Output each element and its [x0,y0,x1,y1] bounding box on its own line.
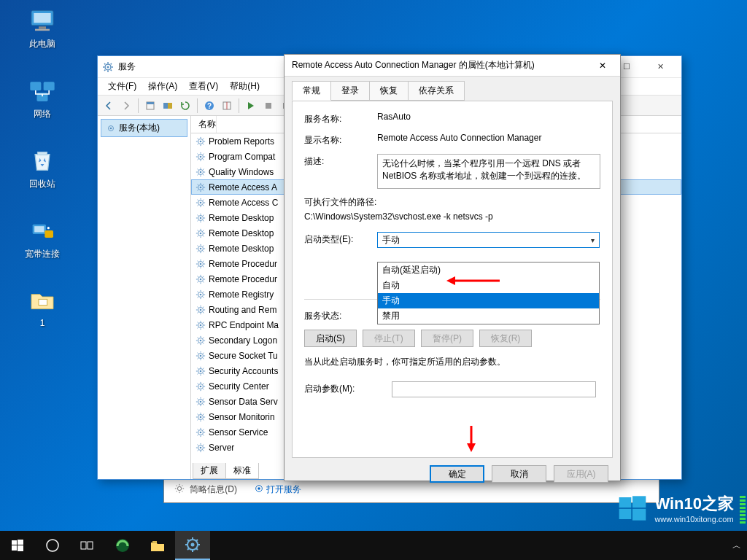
svg-rect-21 [168,103,172,109]
value-exec-path: C:\Windows\System32\svchost.exe -k netsv… [304,211,600,222]
desktop-icon-broadband[interactable]: 宽带连接 [15,216,70,260]
gear-icon [196,198,206,208]
svg-point-90 [191,543,195,547]
tab-general[interactable]: 常规 [292,81,331,101]
desktop-icon-network[interactable]: 网络 [15,76,70,120]
cortana-button[interactable] [35,531,70,560]
startup-type-select[interactable]: 手动 ▾ [377,232,600,248]
properties-body: 服务名称: RasAuto 显示名称: Remote Access Auto C… [292,101,613,458]
resume-button: 恢复(R) [479,330,532,347]
watermark-brand: Win10之家 [654,493,734,515]
back-button[interactable] [101,98,117,114]
gear-icon [196,228,206,238]
stop-button: 停止(T) [363,330,415,347]
refresh-button[interactable] [177,98,193,114]
svg-rect-79 [632,509,646,521]
tab-recovery[interactable]: 恢复 [369,81,409,101]
svg-rect-76 [619,497,632,508]
start-button[interactable] [0,531,35,560]
pause-button: 暂停(P) [421,330,473,347]
stop-button[interactable] [260,98,276,114]
tab-standard[interactable]: 标准 [225,463,259,479]
cancel-button[interactable]: 取消 [492,465,546,483]
gear-icon [196,259,206,269]
tab-deps[interactable]: 依存关系 [408,81,465,101]
watermark: Win10之家 www.win10xitong.com [618,493,734,524]
detail-link[interactable]: 简略信息(D) [190,484,237,494]
properties-titlebar[interactable]: Remote Access Auto Connection Manager 的属… [285,55,620,77]
svg-point-43 [200,217,202,219]
gear-icon [196,412,206,422]
svg-rect-3 [35,29,50,31]
task-view-button[interactable] [70,531,105,560]
svg-point-57 [200,324,202,326]
svg-rect-10 [44,230,53,238]
svg-rect-20 [163,103,168,109]
option-auto-delayed[interactable]: 自动(延迟启动) [378,262,599,278]
gear-icon [196,182,206,192]
svg-rect-5 [44,82,55,90]
tree-item-local-services[interactable]: 服务(本地) [101,119,187,137]
label-service-name: 服务名称: [304,112,377,125]
svg-point-67 [200,400,202,402]
tray-chevron-icon[interactable]: ︿ [732,540,741,552]
start-button[interactable]: 启动(S) [304,330,357,347]
svg-rect-83 [18,545,23,551]
menu-file[interactable]: 文件(F) [102,79,142,94]
svg-point-69 [200,416,202,418]
menu-view[interactable]: 查看(V) [183,79,224,94]
apply-button: 应用(A) [554,465,608,483]
system-tray[interactable]: ︿ [732,540,747,552]
gear-icon [196,274,206,284]
svg-point-63 [200,370,202,372]
desktop-icon-folder[interactable]: 1 [15,286,70,328]
help-button[interactable]: ? [201,98,217,114]
svg-point-15 [258,487,261,490]
forward-button[interactable] [118,98,134,114]
svg-rect-78 [619,509,632,519]
properties-footer: 确定 取消 应用(A) [285,458,620,490]
play-button[interactable] [243,98,259,114]
gear-icon [196,427,206,438]
taskbar-app-explorer[interactable] [140,531,175,560]
tab-logon[interactable]: 登录 [330,81,370,101]
svg-point-61 [200,354,202,357]
option-manual[interactable]: 手动 [378,293,599,308]
menu-help[interactable]: 帮助(H) [224,79,266,94]
svg-rect-81 [18,540,23,545]
label-startup-type: 启动类型(E): [304,232,377,246]
toolbar-button[interactable] [160,98,176,114]
close-button[interactable]: ✕ [643,57,677,77]
svg-rect-2 [39,26,46,28]
svg-point-47 [200,247,202,249]
toolbar-button[interactable] [142,98,158,114]
desktop-icon-computer[interactable]: 此电脑 [15,6,70,50]
services-tree: 服务(本地) [98,116,191,479]
ok-button[interactable]: 确定 [430,465,484,483]
taskbar-app-edge[interactable] [105,531,140,560]
menu-action[interactable]: 操作(A) [142,79,183,94]
svg-rect-4 [30,82,41,90]
label-exec-path: 可执行文件的路径: [304,196,600,209]
option-disabled[interactable]: 禁用 [378,308,599,324]
gear-icon [196,320,206,330]
svg-point-11 [47,227,50,229]
taskbar-app-services[interactable] [175,531,210,560]
description-box[interactable]: 无论什么时候，当某个程序引用一个远程 DNS 或者 NetBIOS 名称或者地址… [377,154,600,189]
start-params-input[interactable] [392,381,596,397]
tab-extended[interactable]: 扩展 [193,463,226,479]
gear-icon [196,335,206,346]
folder-label: 1 [15,318,70,328]
gear-icon [196,167,206,177]
svg-rect-80 [12,540,17,545]
gear-icon [196,152,206,162]
startup-type-dropdown: 自动(延迟启动) 自动 手动 禁用 [377,262,600,324]
option-auto[interactable]: 自动 [378,278,599,293]
toolbar-button[interactable] [219,98,235,114]
watermark-url: www.win10xitong.com [654,515,734,524]
desktop-icon-recycle[interactable]: 回收站 [15,146,70,190]
resource-meter [740,489,746,524]
label-service-status: 服务状态: [304,308,377,322]
recycle-label: 回收站 [15,178,70,190]
close-button[interactable]: ✕ [592,55,613,76]
